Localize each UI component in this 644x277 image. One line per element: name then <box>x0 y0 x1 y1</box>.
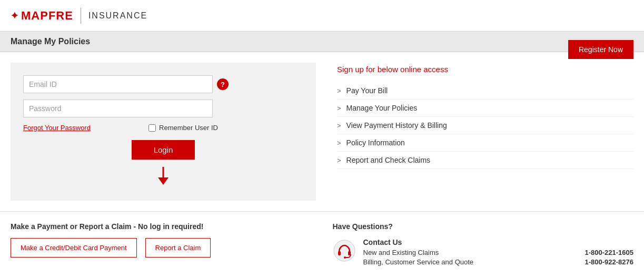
header: ✦ MAPFRE INSURANCE <box>0 0 644 32</box>
contact-details: Contact Us New and Existing Claims 1-800… <box>363 238 634 268</box>
page-title: Manage My Policies <box>11 37 90 46</box>
chevron-icon: > <box>337 87 341 95</box>
payment-section: Make a Payment or Report a Claim - No lo… <box>11 222 312 268</box>
questions-section: Have Questions? Contact Us New and Exist… <box>333 222 634 268</box>
email-input[interactable] <box>23 75 213 93</box>
remember-checkbox[interactable] <box>148 124 156 132</box>
report-claim-button[interactable]: Report a Claim <box>145 238 211 258</box>
chevron-icon: > <box>337 156 341 164</box>
login-section: ? Forgot Your Password Remember User ID … <box>11 63 316 201</box>
list-item: > Policy Information <box>337 134 633 152</box>
contact-line-claims: New and Existing Claims 1-800-221-1605 <box>363 249 634 256</box>
password-row <box>23 100 303 117</box>
contact-row: Contact Us New and Existing Claims 1-800… <box>333 238 634 268</box>
contact-line-label: New and Existing Claims <box>363 249 439 256</box>
remember-row: Remember User ID <box>148 124 218 132</box>
mapfre-logo: ✦ MAPFRE <box>11 9 73 23</box>
contact-line-label: Billing, Customer Service and Quote <box>363 258 474 266</box>
help-icon[interactable]: ? <box>217 78 229 90</box>
password-input[interactable] <box>23 100 213 117</box>
right-section: Sign up for below online access Register… <box>337 63 633 201</box>
payment-buttons: Make a Credit/Debit Card Payment Report … <box>11 238 312 258</box>
page-title-bar: Manage My Policies <box>0 32 644 52</box>
access-item-label: Report and Check Claims <box>346 156 431 164</box>
login-button[interactable]: Login <box>132 140 195 160</box>
list-item: > Manage Your Policies <box>337 100 633 117</box>
register-now-button[interactable]: Register Now <box>568 40 633 59</box>
svg-point-5 <box>344 256 346 259</box>
chevron-icon: > <box>337 139 341 147</box>
access-item-label: Pay Your Bill <box>346 86 388 95</box>
access-item-label: Policy Information <box>346 138 405 147</box>
access-item-label: View Payment History & Billing <box>346 121 447 130</box>
logo-insurance-text: INSURANCE <box>88 11 147 21</box>
access-item-label: Manage Your Policies <box>346 104 418 112</box>
headset-icon <box>333 239 356 262</box>
contact-phone-claims: 1-800-221-1605 <box>584 249 633 256</box>
arrow-container <box>23 165 303 188</box>
access-list: > Pay Your Bill > Manage Your Policies >… <box>337 82 633 169</box>
logo-star-icon: ✦ <box>11 10 19 22</box>
remember-label: Remember User ID <box>159 124 218 132</box>
svg-marker-1 <box>158 177 169 185</box>
contact-line-billing: Billing, Customer Service and Quote 1-80… <box>363 258 634 266</box>
logo-mapfre-text: MAPFRE <box>21 9 73 23</box>
contact-us-label: Contact Us <box>363 238 634 246</box>
list-item: > Report and Check Claims <box>337 152 633 169</box>
forgot-password-link[interactable]: Forgot Your Password <box>23 124 91 132</box>
chevron-icon: > <box>337 122 341 130</box>
chevron-icon: > <box>337 104 341 112</box>
list-item: > Pay Your Bill <box>337 82 633 100</box>
contact-phone-billing: 1-800-922-8276 <box>584 258 633 266</box>
credit-debit-payment-button[interactable]: Make a Credit/Debit Card Payment <box>11 238 137 258</box>
arrow-icon <box>153 167 174 188</box>
logo-divider <box>81 8 81 24</box>
sign-up-title: Sign up for below online access <box>337 65 633 74</box>
main-content: ? Forgot Your Password Remember User ID … <box>0 52 644 211</box>
list-item: > View Payment History & Billing <box>337 117 633 134</box>
svg-rect-3 <box>338 251 341 255</box>
logo-container: ✦ MAPFRE INSURANCE <box>11 8 147 24</box>
email-row: ? <box>23 75 303 93</box>
questions-title: Have Questions? <box>333 222 634 231</box>
payment-title: Make a Payment or Report a Claim - No lo… <box>11 222 312 231</box>
forgot-row: Forgot Your Password Remember User ID <box>23 124 218 132</box>
footer-section: Make a Payment or Report a Claim - No lo… <box>0 211 644 277</box>
